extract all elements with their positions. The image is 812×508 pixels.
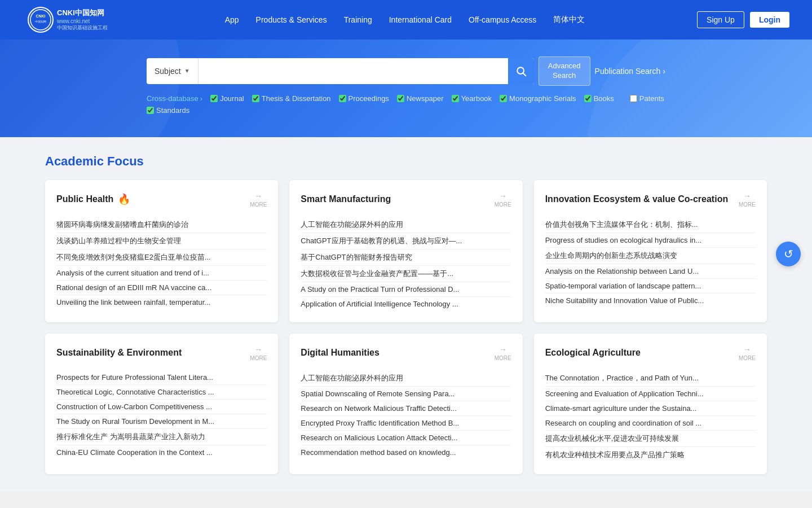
card-article-item[interactable]: Spatial Downscaling of Remote Sensing Pa… (301, 387, 511, 401)
cross-db-arrow: › (200, 94, 202, 103)
search-input[interactable] (198, 58, 508, 84)
search-button[interactable] (508, 58, 534, 84)
cross-database-link[interactable]: Cross-database › (147, 94, 202, 103)
more-link[interactable]: →MORE (495, 191, 511, 208)
card-article-item[interactable]: Analysis on the Relationship between Lan… (545, 264, 756, 279)
filter-books-label: Books (594, 94, 614, 103)
nav-language[interactable]: 简体中文 (553, 15, 585, 25)
filter-monographic-label: Monographic Serials (509, 94, 576, 103)
filter-books[interactable]: Books (584, 94, 614, 103)
card-article-item[interactable]: Rational design of an EDIII mR NA vaccin… (56, 281, 267, 295)
card-article-item[interactable]: Research on coupling and coordination of… (545, 416, 756, 431)
more-link[interactable]: →MORE (739, 191, 756, 208)
card-article-item[interactable]: China-EU Climate Cooperation in the Cont… (56, 445, 267, 459)
filter-thesis-label: Thesis & Dissertation (262, 94, 331, 103)
more-arrow-icon: → (499, 191, 507, 200)
card-article-item[interactable]: 有机农业种植技术应用要点及产品推广策略 (545, 447, 756, 463)
filter-newspaper[interactable]: Newspaper (397, 94, 444, 103)
signup-button[interactable]: Sign Up (697, 11, 744, 28)
card-article-item[interactable]: Screening and Evaluation of Application … (545, 387, 756, 401)
card-article-item[interactable]: The Study on Rural Tourism Development i… (56, 414, 267, 429)
filter-proceedings-checkbox[interactable] (339, 95, 346, 102)
card-article-item[interactable]: Progress of studies on ecological hydrau… (545, 233, 756, 248)
card-article-item[interactable]: 推行标准化生产 为嵩明县蔬菜产业注入新动力 (56, 429, 267, 445)
filter-books-checkbox[interactable] (584, 95, 592, 102)
login-button[interactable]: Login (750, 12, 789, 28)
card-article-item[interactable]: Spatio-temporal variation of landscape p… (545, 279, 756, 294)
nav-app[interactable]: App (225, 15, 239, 24)
more-link[interactable]: →MORE (250, 345, 267, 361)
card-article-item[interactable]: Theoretical Logic, Connotative Character… (56, 385, 267, 400)
card-article-item[interactable]: Unveiling the link between rainfall, tem… (56, 295, 267, 309)
more-arrow-icon: → (254, 191, 262, 200)
nav-training[interactable]: Training (344, 15, 372, 24)
card-article-item[interactable]: 浅谈奶山羊养殖过程中的生物安全管理 (56, 233, 267, 249)
academic-card: Smart Manufacturing→MORE人工智能在功能泌尿外科的应用Ch… (289, 180, 522, 322)
academic-focus-section: Academic Focus Public Health🔥→MORE猪圆环病毒病… (0, 137, 812, 491)
card-article-item[interactable]: The Connotation，Practice，and Path of Yun… (545, 370, 756, 387)
svg-text:CNKI: CNKI (36, 14, 45, 18)
chevron-right-icon: › (663, 67, 665, 76)
more-arrow-icon: → (499, 345, 507, 354)
filter-patents-checkbox[interactable] (630, 95, 637, 102)
filter-standards[interactable]: Standards (147, 106, 189, 115)
card-title: Innovation Ecosystem & value Co-creation (545, 194, 729, 204)
card-article-item[interactable]: 人工智能在功能泌尿外科的应用 (301, 370, 511, 387)
nav-products[interactable]: Products & Services (256, 15, 327, 24)
floating-refresh-button[interactable] (776, 242, 801, 266)
card-title: Digital Humanities (301, 348, 379, 358)
filter-thesis[interactable]: Thesis & Dissertation (252, 94, 331, 103)
filter-monographic-checkbox[interactable] (500, 95, 507, 102)
nav-offcampus[interactable]: Off-campus Access (469, 15, 536, 24)
filter-newspaper-checkbox[interactable] (397, 95, 404, 102)
card-article-item[interactable]: Research on Malicious Location Attack De… (301, 431, 511, 445)
card-article-item[interactable]: Research on Network Malicious Traffic De… (301, 401, 511, 416)
card-article-item[interactable]: A Study on the Practical Turn of Profess… (301, 282, 511, 297)
card-article-item[interactable]: Niche Suitability and Innovation Value o… (545, 294, 756, 308)
more-link[interactable]: →MORE (250, 191, 267, 208)
card-article-item[interactable]: Construction of Low-Carbon Competitivene… (56, 400, 267, 414)
card-article-item[interactable]: 企业生命周期内的创新生态系统战略演变 (545, 248, 756, 264)
card-article-item[interactable]: 基于ChatGPT的智能财务报告研究 (301, 249, 511, 266)
filter-journal[interactable]: Journal (210, 94, 244, 103)
card-title: Smart Manufacturing (301, 194, 391, 204)
filter-standards-checkbox[interactable] (147, 107, 154, 114)
card-article-item[interactable]: 不同免疫增效剂对免疫猪瘟E2蛋白亚单位疫苗... (56, 249, 267, 266)
card-article-item[interactable]: ChatGPT应用于基础教育的机遇、挑战与应对—... (301, 233, 511, 249)
more-link[interactable]: →MORE (739, 345, 756, 361)
card-article-item[interactable]: 价值共创视角下主流媒体平台化：机制、指标... (545, 217, 756, 233)
academic-card: Digital Humanities→MORE人工智能在功能泌尿外科的应用Spa… (289, 334, 522, 474)
filter-patents[interactable]: Patents (630, 94, 664, 103)
subject-dropdown[interactable]: Subject ▼ (147, 58, 198, 84)
card-article-item[interactable]: 猪圆环病毒病继发副猪嗜血杆菌病的诊治 (56, 217, 267, 233)
header: CNKI 中国知网 CNKI中国知网 www.cnki.net 中国知识基础设施… (0, 0, 812, 40)
filter-journal-checkbox[interactable] (210, 95, 218, 102)
card-article-item[interactable]: Encrypted Proxy Traffic Identification M… (301, 416, 511, 431)
filter-proceedings[interactable]: Proceedings (339, 94, 389, 103)
card-article-item[interactable]: Prospects for Future Professional Talent… (56, 370, 267, 385)
filter-thesis-checkbox[interactable] (252, 95, 259, 102)
card-article-item[interactable]: 大数据税收征管与企业金融资产配置——基于... (301, 266, 511, 282)
academic-focus-title: Academic Focus (45, 154, 767, 169)
search-bar-wrapper: Subject ▼ Advanced Search Publication Se… (147, 56, 665, 86)
nav-international[interactable]: International Card (389, 15, 452, 24)
logo-chinese: 中国知识基础设施工程 (57, 24, 108, 32)
logo[interactable]: CNKI 中国知网 CNKI中国知网 www.cnki.net 中国知识基础设施… (23, 5, 113, 36)
card-article-item[interactable]: 提高农业机械化水平,促进农业可持续发展 (545, 431, 756, 447)
advanced-search-line1: Advanced (548, 62, 581, 71)
hero-section: Subject ▼ Advanced Search Publication Se… (0, 40, 812, 137)
advanced-search-button[interactable]: Advanced Search (539, 56, 590, 86)
academic-card: Innovation Ecosystem & value Co-creation… (534, 180, 767, 322)
card-article-item[interactable]: Application of Artificial Intelligence T… (301, 297, 511, 311)
publication-search-button[interactable]: Publication Search › (595, 67, 665, 76)
filter-yearbook[interactable]: Yearbook (452, 94, 492, 103)
card-title: Ecological Agriculture (545, 348, 641, 358)
filter-monographic[interactable]: Monographic Serials (500, 94, 576, 103)
card-article-item[interactable]: Climate-smart agriculture under the Sust… (545, 401, 756, 416)
more-link[interactable]: →MORE (495, 345, 511, 361)
filter-yearbook-checkbox[interactable] (452, 95, 459, 102)
card-article-item[interactable]: 人工智能在功能泌尿外科的应用 (301, 217, 511, 233)
header-buttons: Sign Up Login (697, 11, 789, 28)
card-article-item[interactable]: Analysis of the current situation and tr… (56, 266, 267, 281)
card-article-item[interactable]: Recommendation method based on knowledg.… (301, 445, 511, 459)
